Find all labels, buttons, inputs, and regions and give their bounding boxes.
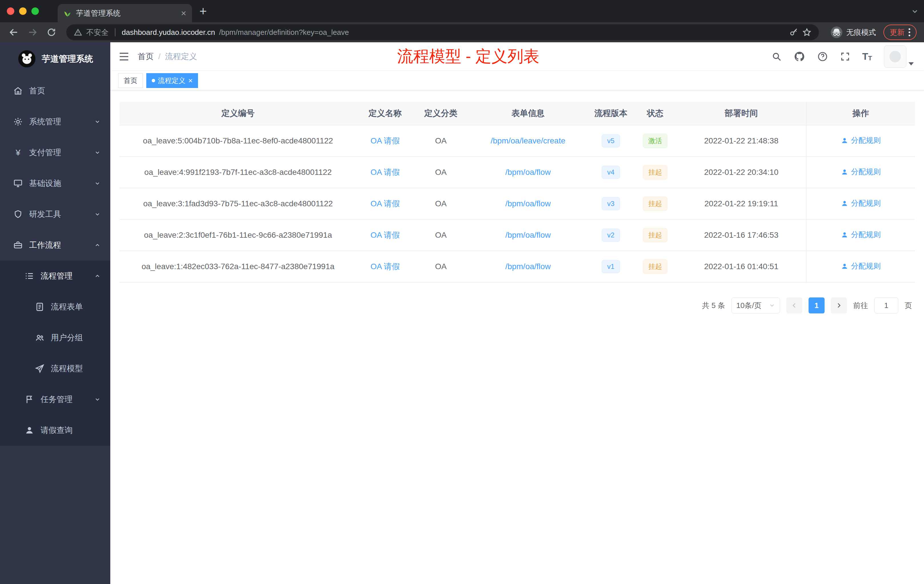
flag-icon [25, 394, 34, 404]
chevron-left-icon [791, 302, 798, 309]
help-icon[interactable] [817, 51, 828, 62]
definition-category: OA [414, 219, 468, 251]
tag-close-icon[interactable]: × [188, 77, 193, 84]
form-info-link[interactable]: /bpm/oa/flow [505, 231, 551, 239]
security-label[interactable]: 不安全 [86, 27, 109, 38]
app-title: 芋道管理系统 [42, 53, 93, 65]
sidebar-logo[interactable]: 芋道管理系统 [0, 42, 110, 76]
deploy-time: 2022-01-22 21:48:38 [676, 125, 806, 157]
back-button[interactable] [6, 24, 22, 40]
logo-avatar [18, 50, 35, 68]
address-bar[interactable]: 不安全 dashboard.yudao.iocoder.cn /bpm/mana… [66, 24, 819, 40]
version-badge: v3 [602, 197, 620, 210]
breadcrumb: 首页 / 流程定义 [138, 51, 197, 62]
sidebar-item-process-model[interactable]: 流程模型 [0, 353, 110, 384]
definition-name-link[interactable]: OA 请假 [371, 262, 400, 271]
password-key-icon[interactable] [789, 28, 798, 37]
sidebar-item-task-management[interactable]: 任务管理 [0, 384, 110, 415]
sidebar-item-workflow[interactable]: 工作流程 [0, 230, 110, 261]
chevron-down-icon [769, 302, 775, 308]
sidebar-item-devtools[interactable]: 研发工具 [0, 199, 110, 230]
breadcrumb-current: 流程定义 [165, 51, 197, 62]
browser-tab[interactable]: 芋道管理系统 × [58, 4, 192, 22]
person-icon [841, 231, 848, 239]
avatar[interactable] [884, 45, 906, 68]
goto-label: 前往 [853, 300, 868, 310]
user-icon [25, 426, 34, 435]
breadcrumb-home[interactable]: 首页 [138, 51, 154, 62]
tag-home[interactable]: 首页 [118, 73, 143, 88]
bookmark-star-icon[interactable] [802, 28, 812, 37]
tab-favicon [63, 9, 71, 17]
page-number-button[interactable]: 1 [808, 297, 825, 313]
avatar-caret-icon[interactable] [909, 62, 914, 66]
sidebar-item-system[interactable]: 系统管理 [0, 106, 110, 137]
new-tab-button[interactable]: + [200, 5, 207, 17]
app-header: 首页 / 流程定义 流程模型 - 定义列表 TT [110, 42, 924, 71]
forward-button[interactable] [25, 24, 41, 40]
assign-rule-button[interactable]: 分配规则 [841, 261, 881, 271]
url-host: dashboard.yudao.iocoder.cn [122, 28, 215, 37]
pagination: 共 5 条 10条/页 1 前往 页 [119, 297, 915, 313]
github-icon[interactable] [794, 51, 805, 62]
assign-rule-button[interactable]: 分配规则 [841, 135, 881, 145]
assign-rule-button[interactable]: 分配规则 [841, 167, 881, 177]
browser-menu-icon[interactable] [909, 28, 910, 36]
update-button[interactable]: 更新 [883, 25, 917, 40]
incognito-badge: 无痕模式 [830, 26, 876, 39]
tab-close-icon[interactable]: × [181, 8, 186, 18]
definition-name-link[interactable]: OA 请假 [371, 231, 400, 239]
version-badge: v1 [602, 260, 620, 273]
sidebar-collapse-icon[interactable] [118, 51, 130, 62]
assign-rule-button[interactable]: 分配规则 [841, 230, 881, 240]
definition-id: oa_leave:4:991f2193-7b7f-11ec-a3c8-acde4… [119, 157, 356, 188]
definition-id: oa_leave:2:3c1f0ef1-76b1-11ec-9c66-a2380… [119, 219, 356, 251]
form-info-link[interactable]: /bpm/oa/flow [505, 199, 551, 208]
col-definition-name: 定义名称 [356, 102, 414, 125]
sidebar-item-process-form[interactable]: 流程表单 [0, 292, 110, 322]
definition-name-link[interactable]: OA 请假 [371, 199, 400, 208]
tag-process-definition[interactable]: 流程定义 × [146, 73, 198, 88]
person-icon [841, 168, 848, 176]
sidebar-item-leave-query[interactable]: 请假查询 [0, 415, 110, 446]
browser-chrome: 芋道管理系统 × + 不安全 dashboard.yudao.iocoder.c… [0, 0, 924, 42]
sidebar-item-process-management[interactable]: 流程管理 [0, 261, 110, 292]
sidebar-item-home[interactable]: 首页 [0, 76, 110, 106]
page-size-select[interactable]: 10条/页 [731, 297, 780, 313]
deploy-time: 2022-01-22 20:34:10 [676, 157, 806, 188]
version-badge: v5 [602, 134, 620, 147]
reload-button[interactable] [43, 24, 59, 40]
sidebar-item-user-group[interactable]: 用户分组 [0, 322, 110, 353]
form-info-link[interactable]: /bpm/oa/flow [505, 262, 551, 271]
table-row: oa_leave:5:004b710b-7b8a-11ec-8ef0-acde4… [119, 125, 915, 157]
window-controls [0, 7, 46, 15]
definition-name-link[interactable]: OA 请假 [371, 168, 400, 177]
font-size-icon[interactable]: TT [862, 51, 872, 62]
window-close-button[interactable] [7, 7, 14, 15]
form-info-link[interactable]: /bpm/oa/leave/create [490, 136, 566, 145]
url-path: /bpm/manager/definition?key=oa_leave [219, 28, 349, 37]
active-tag-dot [152, 79, 155, 82]
definition-category: OA [414, 251, 468, 282]
definition-name-link[interactable]: OA 请假 [371, 136, 400, 145]
version-badge: v2 [602, 229, 620, 242]
window-maximize-button[interactable] [31, 7, 39, 15]
fullscreen-icon[interactable] [840, 51, 850, 62]
breadcrumb-separator: / [158, 52, 160, 61]
table-header-row: 定义编号 定义名称 定义分类 表单信息 流程版本 状态 部署时间 操作 [119, 102, 915, 125]
chevron-up-icon [94, 242, 101, 248]
sidebar-item-payment[interactable]: ¥ 支付管理 [0, 137, 110, 168]
search-icon[interactable] [771, 51, 782, 62]
sidebar-item-infrastructure[interactable]: 基础设施 [0, 168, 110, 199]
definition-id: oa_leave:3:1fad3d93-7b75-11ec-a3c8-acde4… [119, 188, 356, 219]
assign-rule-button[interactable]: 分配规则 [841, 198, 881, 208]
home-icon [13, 86, 23, 96]
next-page-button[interactable] [831, 297, 847, 313]
tab-search-caret-icon[interactable] [911, 7, 919, 15]
goto-page-input[interactable] [874, 297, 898, 313]
page-annotation: 流程模型 - 定义列表 [397, 46, 540, 68]
status-badge: 激活 [643, 134, 667, 148]
window-minimize-button[interactable] [19, 7, 26, 15]
prev-page-button[interactable] [786, 297, 802, 313]
form-info-link[interactable]: /bpm/oa/flow [505, 168, 551, 177]
